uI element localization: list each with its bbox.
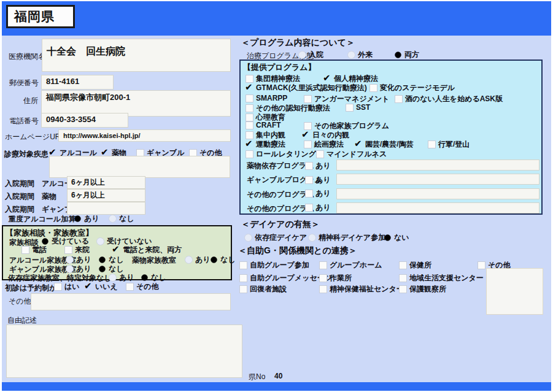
checkbox-firstvisit-yes[interactable]: はい (54, 282, 80, 292)
phone-field[interactable]: 0940-33-3554 (41, 113, 128, 128)
radio-daycare-psychiatric[interactable]: 精神科デイケア参加 (308, 233, 385, 243)
facility-name-field[interactable]: 十全会 回生病院 (42, 39, 231, 72)
checkbox-coop-healthcenter[interactable]: 保健所 (399, 260, 431, 271)
radio-drug-class-yes[interactable]: あり (185, 255, 211, 265)
checkbox-label: 行軍/登山 (438, 139, 470, 150)
cooperation-other-field[interactable] (486, 268, 543, 315)
checkbox-drug-program-ari[interactable]: あり (305, 161, 331, 171)
address-value: 福岡県宗像市朝町200-1 (46, 93, 130, 102)
gambling-program-field[interactable] (336, 174, 539, 185)
diseases-note-field[interactable] (49, 156, 230, 178)
admission-alcohol-field[interactable]: 6ヶ月以上 (67, 176, 145, 189)
checkbox-icon (304, 140, 312, 148)
checkbox-icon (302, 131, 310, 139)
radio-drug-class-no[interactable]: なし (210, 255, 236, 265)
checkbox-program-art-therapy[interactable]: 絵画療法 (304, 139, 344, 150)
checkbox-icon (305, 162, 313, 170)
other-program1-field[interactable] (336, 188, 539, 199)
radio-icon (99, 266, 105, 272)
checkbox-program-exercise-therapy[interactable]: 運動療法 (246, 139, 285, 150)
first-visit-label: 初診は予約制か (5, 283, 57, 293)
checkbox-label: 絵画療法 (314, 139, 344, 150)
checkbox-coop-probation-office[interactable]: 保護観察所 (399, 284, 446, 294)
cooperation-heading: ＜自助G・関係機関との連携＞ (238, 245, 357, 256)
checkbox-program-smarpp[interactable]: SMARPP (246, 94, 287, 102)
checkbox-program-role-lettering[interactable]: ロールレタリング (246, 149, 316, 159)
checkbox-firstvisit-other[interactable]: その他 (126, 282, 159, 292)
checkbox-icon (355, 140, 363, 148)
radio-daycare-addiction[interactable]: 依存症デイケア (244, 233, 307, 243)
checkbox-coop-workshop[interactable]: 作業所 (319, 273, 352, 283)
checkbox-icon (85, 283, 93, 291)
checkbox-program-craft[interactable]: CRAFT (246, 121, 281, 129)
facility-name-value: 十全会 回生病院 (47, 46, 125, 56)
checkbox-program-stage-model[interactable]: 変化のステージモデル (369, 83, 455, 93)
checkbox-label: ロールレタリング (256, 149, 316, 159)
facility-name-label: 医療機関名 (9, 52, 45, 62)
checkbox-icon (399, 285, 407, 293)
prefecture-name: 福岡県 (14, 8, 55, 25)
checkbox-program-gtmack[interactable]: GTMACK(久里浜式認知行動療法) (246, 83, 367, 93)
checkbox-firstvisit-no[interactable]: いいえ (85, 282, 118, 292)
admission-gambling-field[interactable] (67, 202, 145, 215)
checkbox-method-both[interactable]: 電話と来院、両方 (112, 245, 182, 255)
checkbox-other-program1-ari[interactable]: あり (305, 188, 331, 199)
checkbox-label: その他 (136, 282, 159, 292)
checkbox-coop-selfhelp-message[interactable]: 自助グループメッセージ (239, 273, 332, 283)
postal-value: 811-4161 (46, 77, 79, 86)
checkbox-icon (319, 261, 327, 269)
url-value: http://www.kaisei-hpl.jp/ (63, 132, 141, 139)
other-field[interactable] (31, 293, 231, 310)
checkbox-program-gardening[interactable]: 園芸/農芸/陶芸 (355, 139, 414, 150)
checkbox-label: 酒のない人生を始めるASK版 (405, 94, 503, 104)
checkbox-coop-recovery-facility[interactable]: 回復者施設 (239, 284, 287, 294)
radio-severe-no[interactable]: なし (109, 213, 134, 224)
radio-daycare-none[interactable]: ない (384, 233, 409, 243)
radio-icon (96, 237, 104, 245)
postal-label: 郵便番号 (9, 78, 39, 88)
checkbox-coop-grouphome[interactable]: グループホーム (319, 260, 382, 271)
checkbox-program-sst[interactable]: SST (346, 103, 370, 112)
checkbox-method-phone[interactable]: 電話 (21, 245, 47, 255)
checkbox-icon (316, 150, 324, 158)
checkbox-icon (319, 274, 327, 282)
checkbox-method-visit[interactable]: 来院 (64, 245, 90, 255)
url-field[interactable]: http://www.kaisei-hpl.jp/ (58, 129, 231, 142)
checkbox-program-mindfulness[interactable]: マインドフルネス (316, 149, 387, 159)
checkbox-icon (478, 261, 485, 269)
radio-icon (109, 215, 117, 223)
checkbox-icon (112, 246, 120, 254)
checkbox-label: 地域生活支援センター (409, 273, 484, 283)
checkbox-icon (428, 140, 436, 148)
program-box: 【提供プログラム】 集団精神療法 個人精神療法 GTMACK(久里浜式認知行動療… (239, 60, 543, 215)
admission-drug-label: 入院期間 薬物 (5, 191, 56, 202)
radio-form-inpatient[interactable]: 入院 (298, 50, 323, 60)
admission-drug-field[interactable]: 6ヶ月以上 (67, 189, 145, 202)
checkbox-icon (346, 104, 354, 112)
radio-label: 外来 (358, 50, 373, 60)
radio-form-both[interactable]: 両方 (394, 50, 419, 60)
radio-icon (347, 51, 355, 59)
radio-label: 入院 (309, 50, 323, 60)
checkbox-label: 自助グループ参加 (250, 260, 309, 271)
drug-program-field[interactable] (336, 159, 539, 171)
radio-icon (185, 256, 193, 264)
checkbox-other-program2-ari[interactable]: あり (305, 202, 331, 213)
family-class-drug-label: 薬物家族教室 (132, 255, 176, 266)
other-program2-field[interactable] (336, 202, 539, 213)
radio-icon (74, 215, 80, 221)
checkbox-coop-community-support[interactable]: 地域生活支援センター (399, 273, 484, 283)
postal-field[interactable]: 811-4161 (41, 75, 114, 90)
checkbox-coop-mental-welfare-center[interactable]: 精神保健福祉センター (319, 284, 404, 294)
checkbox-icon (126, 283, 134, 291)
checkbox-icon (399, 261, 407, 269)
radio-severe-yes[interactable]: あり (74, 213, 99, 224)
checkbox-gambling-program-ari[interactable]: あり (305, 175, 331, 185)
radio-form-outpatient[interactable]: 外来 (347, 50, 373, 60)
checkbox-icon (239, 285, 247, 293)
free-text-field[interactable] (6, 325, 242, 378)
checkbox-program-ask-version[interactable]: 酒のない人生を始めるASK版 (395, 94, 503, 104)
severe-alcohol-label: 重度アルコール加算 (9, 214, 75, 225)
checkbox-coop-selfhelp-join[interactable]: 自助グループ参加 (239, 260, 309, 271)
checkbox-program-hiking[interactable]: 行軍/登山 (428, 139, 470, 150)
